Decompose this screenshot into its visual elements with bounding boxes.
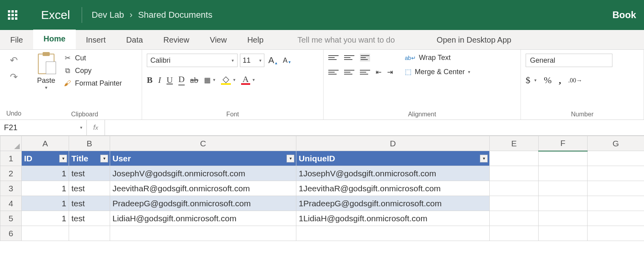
app-launcher-icon[interactable]	[8, 10, 17, 20]
chevron-down-icon[interactable]: ▾	[253, 77, 255, 82]
redo-icon[interactable]: ↷	[9, 73, 18, 81]
table-header-user[interactable]: User▾	[110, 151, 296, 166]
cell[interactable]	[490, 181, 539, 196]
cell[interactable]: JeevithaR@godsgift.onmicrosoft.com	[110, 181, 296, 196]
italic-button[interactable]: I	[158, 75, 161, 85]
bold-button[interactable]: B	[147, 75, 153, 85]
grow-font-button[interactable]: A▴	[267, 55, 279, 65]
col-header-F[interactable]: F	[539, 136, 588, 151]
tab-insert[interactable]: Insert	[76, 31, 116, 49]
align-center-button[interactable]	[344, 68, 354, 76]
tab-help[interactable]: Help	[237, 31, 274, 49]
row-header[interactable]: 6	[0, 226, 22, 241]
cell[interactable]: test	[69, 181, 110, 196]
font-color-button[interactable]: A	[241, 75, 251, 85]
col-header-B[interactable]: B	[69, 136, 110, 151]
paste-button[interactable]: Paste ▾	[32, 54, 60, 90]
breadcrumb[interactable]: Dev Lab › Shared Documents	[92, 10, 612, 20]
col-header-C[interactable]: C	[110, 136, 296, 151]
cell[interactable]	[539, 211, 588, 226]
percent-format-button[interactable]: %	[544, 75, 552, 86]
table-header-uniqueid[interactable]: UniqueID▾	[296, 151, 490, 166]
document-name[interactable]: Book	[612, 9, 636, 21]
wrap-text-button[interactable]: ab↵ Wrap Text	[405, 54, 470, 62]
cell[interactable]	[539, 181, 588, 196]
tab-view[interactable]: View	[200, 31, 237, 49]
cell[interactable]	[110, 226, 296, 241]
align-bottom-button[interactable]	[360, 54, 370, 62]
chevron-down-icon[interactable]: ▾	[213, 77, 215, 82]
tab-home[interactable]: Home	[33, 30, 76, 49]
tab-review[interactable]: Review	[153, 31, 200, 49]
cell[interactable]	[22, 226, 69, 241]
cell[interactable]	[490, 151, 539, 166]
font-size-select[interactable]: 11 ▾	[240, 54, 264, 67]
cell[interactable]	[539, 196, 588, 211]
formula-input[interactable]	[105, 120, 644, 135]
fx-icon[interactable]: fx	[87, 120, 105, 135]
cell[interactable]	[490, 166, 539, 181]
cell[interactable]	[588, 181, 644, 196]
col-header-E[interactable]: E	[490, 136, 539, 151]
col-header-A[interactable]: A	[22, 136, 69, 151]
cell[interactable]	[539, 226, 588, 241]
cell[interactable]	[588, 211, 644, 226]
increase-indent-button[interactable]: ⇥	[387, 68, 393, 77]
row-header[interactable]: 2	[0, 166, 22, 181]
cell[interactable]	[539, 166, 588, 181]
cell[interactable]	[490, 211, 539, 226]
strikethrough-button[interactable]: ab	[190, 75, 198, 85]
spreadsheet-grid[interactable]: A B C D E F G 1 ID▾ Title▾ User▾ UniqueI…	[0, 136, 644, 241]
tab-data[interactable]: Data	[116, 31, 153, 49]
tell-me-search[interactable]: Tell me what you want to do	[274, 31, 419, 49]
cell[interactable]: 1	[22, 181, 69, 196]
tab-file[interactable]: File	[0, 31, 33, 49]
shrink-font-button[interactable]: A▾	[281, 56, 292, 65]
row-header[interactable]: 5	[0, 211, 22, 226]
cell[interactable]: 1JosephV@godsgift.onmicrosoft.com	[296, 166, 490, 181]
fill-color-button[interactable]: ◇	[221, 75, 231, 85]
undo-icon[interactable]: ↶	[9, 56, 18, 65]
cell[interactable]: 1	[22, 196, 69, 211]
merge-center-button[interactable]: ⬚ Merge & Center ▾	[405, 67, 470, 76]
copy-button[interactable]: ⧉ Copy	[63, 66, 122, 75]
cell[interactable]	[588, 151, 644, 166]
cell[interactable]	[588, 196, 644, 211]
open-in-desktop-button[interactable]: Open in Desktop App	[427, 31, 522, 49]
cell[interactable]: test	[69, 166, 110, 181]
chevron-down-icon[interactable]: ▾	[534, 78, 537, 83]
chevron-down-icon[interactable]: ▾	[233, 77, 236, 82]
number-format-select[interactable]: General	[526, 54, 612, 67]
double-underline-button[interactable]: D	[178, 74, 185, 86]
cell[interactable]	[490, 226, 539, 241]
cell[interactable]: LidiaH@godsgift.onmicrosoft.com	[110, 211, 296, 226]
cell[interactable]: test	[69, 211, 110, 226]
col-header-D[interactable]: D	[296, 136, 490, 151]
filter-icon[interactable]: ▾	[286, 155, 294, 163]
filter-icon[interactable]: ▾	[59, 155, 67, 163]
cell[interactable]: test	[69, 196, 110, 211]
name-box[interactable]: F21 ▾	[0, 120, 87, 135]
breadcrumb-library[interactable]: Shared Documents	[138, 10, 212, 20]
underline-button[interactable]: U	[167, 75, 173, 85]
cell[interactable]: 1LidiaH@godsgift.onmicrosoft.com	[296, 211, 490, 226]
cell[interactable]	[490, 196, 539, 211]
row-header[interactable]: 1	[0, 151, 22, 166]
cell[interactable]	[588, 166, 644, 181]
accounting-format-button[interactable]: $	[526, 75, 530, 86]
decrease-indent-button[interactable]: ⇤	[376, 68, 382, 77]
col-header-G[interactable]: G	[588, 136, 644, 151]
format-painter-button[interactable]: 🖌 Format Painter	[63, 79, 122, 88]
cell[interactable]	[69, 226, 110, 241]
filter-icon[interactable]: ▾	[480, 155, 488, 163]
comma-format-button[interactable]: ,	[559, 75, 561, 86]
align-middle-button[interactable]	[344, 54, 354, 62]
cell[interactable]: PradeepG@godsgift.onmicrosoft.com	[110, 196, 296, 211]
cut-button[interactable]: ✂ Cut	[63, 54, 122, 62]
row-header[interactable]: 3	[0, 181, 22, 196]
cell[interactable]: 1	[22, 166, 69, 181]
borders-button[interactable]: ▦	[204, 76, 211, 84]
cell[interactable]: 1	[22, 211, 69, 226]
cell[interactable]: JosephV@godsgift.onmicrosoft.com	[110, 166, 296, 181]
filter-icon[interactable]: ▾	[100, 155, 108, 163]
